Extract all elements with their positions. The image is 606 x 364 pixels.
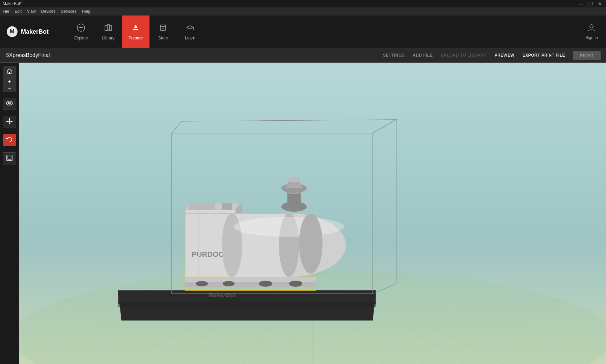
svg-point-59 <box>222 213 242 277</box>
svg-line-32 <box>282 264 312 364</box>
title-bar: MakerBot* — ❐ ✕ <box>0 0 606 7</box>
svg-rect-22 <box>8 156 11 159</box>
zoom-control: + − <box>3 78 16 92</box>
scale-button[interactable] <box>3 152 16 164</box>
svg-rect-6 <box>135 26 137 28</box>
zoom-in-button[interactable]: + <box>3 78 16 85</box>
main-area: + − <box>0 63 606 364</box>
learn-label: Learn <box>185 36 195 40</box>
close-button[interactable]: ✕ <box>597 1 603 6</box>
svg-point-69 <box>196 281 208 286</box>
move-icon <box>6 118 13 127</box>
svg-point-9 <box>590 25 593 28</box>
svg-marker-41 <box>118 290 376 320</box>
zoom-out-button[interactable]: − <box>3 85 16 92</box>
svg-point-70 <box>223 281 235 286</box>
top-nav: M MakerBot Explore Library <box>0 16 606 48</box>
svg-line-30 <box>202 264 312 364</box>
svg-marker-40 <box>118 290 376 304</box>
menu-services[interactable]: Services <box>61 9 77 14</box>
scale-icon <box>6 154 13 163</box>
library-label: Library <box>102 36 114 40</box>
library-icon <box>104 23 113 34</box>
prepare-label: Prepare <box>129 36 143 40</box>
export-print-file-action[interactable]: EXPORT PRINT FILE <box>522 53 565 58</box>
nav-learn[interactable]: Learn <box>176 16 203 48</box>
sub-actions: SETTINGS ADD FILE UPLOAD TO LIBRARY PREV… <box>383 51 601 60</box>
signin-text: Sign In <box>585 35 598 40</box>
signin-button[interactable]: Sign In <box>577 16 606 48</box>
explore-icon <box>76 23 86 34</box>
menu-edit[interactable]: Edit <box>15 9 22 14</box>
svg-line-36 <box>312 264 423 364</box>
svg-marker-16 <box>9 118 10 120</box>
left-toolbar: + − <box>0 63 19 364</box>
svg-marker-75 <box>185 210 316 213</box>
svg-point-23 <box>19 270 606 364</box>
svg-rect-74 <box>222 203 232 210</box>
nav-library[interactable]: Library <box>95 16 122 48</box>
title-bar-text: MakerBot* <box>3 1 22 6</box>
nav-prepare[interactable]: Prepare <box>122 16 150 48</box>
svg-rect-73 <box>188 203 215 210</box>
svg-line-34 <box>312 264 342 364</box>
3d-viewport[interactable]: MakerBot PURDOC <box>19 63 606 364</box>
svg-rect-5 <box>133 29 138 30</box>
svg-text:PURDOC: PURDOC <box>192 250 224 259</box>
svg-marker-18 <box>6 121 8 122</box>
svg-line-28 <box>121 264 312 364</box>
svg-marker-66 <box>286 180 303 188</box>
add-file-action[interactable]: ADD FILE <box>413 53 433 58</box>
title-bar-controls: — ❐ ✕ <box>578 1 603 6</box>
svg-rect-58 <box>232 213 289 277</box>
svg-point-60 <box>279 213 299 277</box>
model-title: BXpressBodyFinal <box>5 52 383 58</box>
home-view-button[interactable] <box>3 66 16 78</box>
logo-icon: M <box>7 26 18 37</box>
store-icon <box>158 23 168 34</box>
preview-action[interactable]: PREVIEW <box>495 53 515 58</box>
menu-file[interactable]: File <box>3 9 9 14</box>
menu-devices[interactable]: Devices <box>41 9 56 14</box>
svg-marker-42 <box>118 302 376 307</box>
home-tool-group: + − <box>3 65 16 92</box>
svg-marker-39 <box>121 300 373 321</box>
svg-rect-3 <box>107 25 109 30</box>
menu-view[interactable]: View <box>27 9 36 14</box>
svg-marker-47 <box>185 277 316 291</box>
svg-point-72 <box>289 281 302 287</box>
svg-point-67 <box>287 177 301 183</box>
menu-help[interactable]: Help <box>82 9 90 14</box>
svg-line-31 <box>242 264 312 364</box>
svg-marker-45 <box>373 120 396 294</box>
svg-point-61 <box>234 217 345 237</box>
logo-area: M MakerBot <box>0 16 67 48</box>
svg-marker-51 <box>185 203 239 210</box>
signin-icon <box>587 23 596 34</box>
maximize-button[interactable]: ❐ <box>587 1 594 6</box>
svg-point-65 <box>281 184 307 193</box>
move-button[interactable] <box>3 116 16 128</box>
svg-rect-10 <box>9 72 10 73</box>
svg-text:MakerBot: MakerBot <box>208 292 236 298</box>
settings-action[interactable]: SETTINGS <box>383 53 405 58</box>
svg-point-1 <box>80 27 82 28</box>
nav-explore[interactable]: Explore <box>67 16 95 48</box>
nav-store[interactable]: Store <box>149 16 176 48</box>
view-tool-group <box>3 97 16 110</box>
rotate-button[interactable] <box>3 134 16 146</box>
print-button: PRINT <box>573 51 601 60</box>
eye-icon <box>6 99 13 109</box>
svg-marker-20 <box>6 138 8 140</box>
rotate-icon <box>6 136 13 145</box>
logo-text: MakerBot <box>21 28 49 35</box>
svg-point-68 <box>299 213 323 274</box>
svg-line-38 <box>312 264 503 364</box>
move-tool-group <box>3 116 16 128</box>
minimize-button[interactable]: — <box>578 1 584 6</box>
view-button[interactable] <box>3 98 16 110</box>
scale-tool-group <box>3 152 16 165</box>
svg-marker-53 <box>185 210 236 277</box>
rotate-tool-group <box>3 134 16 147</box>
upload-to-library-action: UPLOAD TO LIBRARY <box>441 53 486 58</box>
